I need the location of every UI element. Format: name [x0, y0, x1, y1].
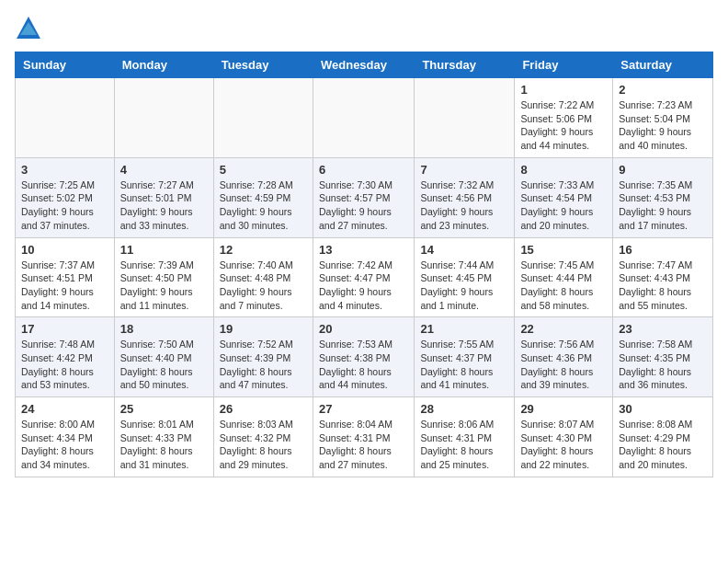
day-detail: Sunrise: 8:07 AMSunset: 4:30 PMDaylight:…	[520, 418, 607, 472]
day-number: 22	[520, 322, 607, 336]
calendar-cell: 28Sunrise: 8:06 AMSunset: 4:31 PMDayligh…	[415, 397, 515, 477]
calendar-cell: 27Sunrise: 8:04 AMSunset: 4:31 PMDayligh…	[313, 397, 414, 477]
day-detail: Sunrise: 7:47 AMSunset: 4:43 PMDaylight:…	[619, 259, 707, 313]
calendar-cell	[415, 78, 515, 158]
calendar-cell: 13Sunrise: 7:42 AMSunset: 4:47 PMDayligh…	[313, 237, 414, 317]
day-detail: Sunrise: 7:50 AMSunset: 4:40 PMDaylight:…	[120, 338, 208, 392]
calendar-cell	[114, 78, 213, 158]
day-number: 10	[21, 243, 108, 257]
day-detail: Sunrise: 7:56 AMSunset: 4:36 PMDaylight:…	[520, 338, 607, 392]
day-number: 21	[420, 322, 508, 336]
day-of-week-header: Sunday	[16, 52, 115, 78]
day-detail: Sunrise: 8:00 AMSunset: 4:34 PMDaylight:…	[21, 418, 108, 472]
calendar-cell: 1Sunrise: 7:22 AMSunset: 5:06 PMDaylight…	[515, 78, 613, 158]
day-of-week-header: Friday	[515, 52, 613, 78]
day-number: 9	[619, 163, 707, 177]
day-number: 8	[520, 163, 607, 177]
day-detail: Sunrise: 7:44 AMSunset: 4:45 PMDaylight:…	[420, 259, 508, 313]
day-number: 12	[220, 243, 307, 257]
day-detail: Sunrise: 7:23 AMSunset: 5:04 PMDaylight:…	[619, 98, 707, 153]
calendar-cell: 10Sunrise: 7:37 AMSunset: 4:51 PMDayligh…	[16, 237, 115, 317]
calendar-cell: 26Sunrise: 8:03 AMSunset: 4:32 PMDayligh…	[213, 397, 313, 477]
day-number: 17	[21, 322, 108, 336]
calendar-cell	[313, 78, 414, 158]
day-number: 26	[220, 402, 307, 416]
calendar-cell	[213, 78, 313, 158]
calendar-cell: 17Sunrise: 7:48 AMSunset: 4:42 PMDayligh…	[16, 317, 115, 397]
calendar-cell: 9Sunrise: 7:35 AMSunset: 4:53 PMDaylight…	[613, 157, 713, 237]
day-number: 1	[520, 83, 607, 97]
day-detail: Sunrise: 7:25 AMSunset: 5:02 PMDaylight:…	[21, 178, 108, 233]
calendar-cell: 24Sunrise: 8:00 AMSunset: 4:34 PMDayligh…	[16, 397, 115, 477]
calendar-cell: 21Sunrise: 7:55 AMSunset: 4:37 PMDayligh…	[415, 317, 515, 397]
day-detail: Sunrise: 7:28 AMSunset: 4:59 PMDaylight:…	[220, 178, 307, 233]
calendar-cell: 11Sunrise: 7:39 AMSunset: 4:50 PMDayligh…	[114, 237, 213, 317]
day-number: 7	[420, 163, 508, 177]
calendar-cell: 14Sunrise: 7:44 AMSunset: 4:45 PMDayligh…	[415, 237, 515, 317]
day-detail: Sunrise: 7:39 AMSunset: 4:50 PMDaylight:…	[120, 259, 208, 313]
day-detail: Sunrise: 7:42 AMSunset: 4:47 PMDaylight:…	[319, 259, 408, 313]
calendar-cell: 8Sunrise: 7:33 AMSunset: 4:54 PMDaylight…	[515, 157, 613, 237]
calendar-week-row: 10Sunrise: 7:37 AMSunset: 4:51 PMDayligh…	[16, 237, 713, 317]
day-number: 28	[420, 402, 508, 416]
day-of-week-header: Thursday	[415, 52, 515, 78]
day-number: 27	[319, 402, 408, 416]
calendar-week-row: 17Sunrise: 7:48 AMSunset: 4:42 PMDayligh…	[16, 317, 713, 397]
day-number: 11	[120, 243, 208, 257]
day-number: 20	[319, 322, 408, 336]
day-number: 14	[420, 243, 508, 257]
day-number: 4	[120, 163, 208, 177]
calendar-table: SundayMondayTuesdayWednesdayThursdayFrid…	[15, 52, 713, 477]
calendar-header-row: SundayMondayTuesdayWednesdayThursdayFrid…	[16, 52, 713, 78]
day-of-week-header: Wednesday	[313, 52, 414, 78]
day-detail: Sunrise: 7:22 AMSunset: 5:06 PMDaylight:…	[520, 98, 607, 153]
calendar-cell: 15Sunrise: 7:45 AMSunset: 4:44 PMDayligh…	[515, 237, 613, 317]
day-number: 25	[120, 402, 208, 416]
day-detail: Sunrise: 8:03 AMSunset: 4:32 PMDaylight:…	[220, 418, 307, 472]
calendar-cell: 16Sunrise: 7:47 AMSunset: 4:43 PMDayligh…	[613, 237, 713, 317]
calendar-cell: 3Sunrise: 7:25 AMSunset: 5:02 PMDaylight…	[16, 157, 115, 237]
day-detail: Sunrise: 7:53 AMSunset: 4:38 PMDaylight:…	[319, 338, 408, 392]
calendar-cell: 18Sunrise: 7:50 AMSunset: 4:40 PMDayligh…	[114, 317, 213, 397]
calendar-cell	[16, 78, 115, 158]
calendar-week-row: 1Sunrise: 7:22 AMSunset: 5:06 PMDaylight…	[16, 78, 713, 158]
logo-icon	[15, 15, 42, 42]
day-number: 23	[619, 322, 707, 336]
calendar-week-row: 3Sunrise: 7:25 AMSunset: 5:02 PMDaylight…	[16, 157, 713, 237]
day-detail: Sunrise: 7:27 AMSunset: 5:01 PMDaylight:…	[120, 178, 208, 233]
day-detail: Sunrise: 8:08 AMSunset: 4:29 PMDaylight:…	[619, 418, 707, 472]
calendar-cell: 25Sunrise: 8:01 AMSunset: 4:33 PMDayligh…	[114, 397, 213, 477]
calendar-cell: 7Sunrise: 7:32 AMSunset: 4:56 PMDaylight…	[415, 157, 515, 237]
day-detail: Sunrise: 8:04 AMSunset: 4:31 PMDaylight:…	[319, 418, 408, 472]
day-of-week-header: Monday	[114, 52, 213, 78]
calendar-week-row: 24Sunrise: 8:00 AMSunset: 4:34 PMDayligh…	[16, 397, 713, 477]
day-number: 18	[120, 322, 208, 336]
day-detail: Sunrise: 7:48 AMSunset: 4:42 PMDaylight:…	[21, 338, 108, 392]
calendar-cell: 12Sunrise: 7:40 AMSunset: 4:48 PMDayligh…	[213, 237, 313, 317]
calendar-cell: 5Sunrise: 7:28 AMSunset: 4:59 PMDaylight…	[213, 157, 313, 237]
day-detail: Sunrise: 8:01 AMSunset: 4:33 PMDaylight:…	[120, 418, 208, 472]
calendar-cell: 30Sunrise: 8:08 AMSunset: 4:29 PMDayligh…	[613, 397, 713, 477]
day-number: 16	[619, 243, 707, 257]
day-number: 24	[21, 402, 108, 416]
day-detail: Sunrise: 7:32 AMSunset: 4:56 PMDaylight:…	[420, 178, 508, 233]
day-of-week-header: Tuesday	[213, 52, 313, 78]
day-detail: Sunrise: 7:30 AMSunset: 4:57 PMDaylight:…	[319, 178, 408, 233]
day-detail: Sunrise: 7:37 AMSunset: 4:51 PMDaylight:…	[21, 259, 108, 313]
day-number: 15	[520, 243, 607, 257]
page-header	[15, 15, 713, 42]
day-detail: Sunrise: 7:55 AMSunset: 4:37 PMDaylight:…	[420, 338, 508, 392]
day-detail: Sunrise: 7:58 AMSunset: 4:35 PMDaylight:…	[619, 338, 707, 392]
day-detail: Sunrise: 7:40 AMSunset: 4:48 PMDaylight:…	[220, 259, 307, 313]
calendar-cell: 23Sunrise: 7:58 AMSunset: 4:35 PMDayligh…	[613, 317, 713, 397]
calendar-cell: 2Sunrise: 7:23 AMSunset: 5:04 PMDaylight…	[613, 78, 713, 158]
logo	[15, 15, 44, 42]
day-number: 29	[520, 402, 607, 416]
calendar-cell: 6Sunrise: 7:30 AMSunset: 4:57 PMDaylight…	[313, 157, 414, 237]
calendar-cell: 22Sunrise: 7:56 AMSunset: 4:36 PMDayligh…	[515, 317, 613, 397]
day-number: 30	[619, 402, 707, 416]
calendar-cell: 19Sunrise: 7:52 AMSunset: 4:39 PMDayligh…	[213, 317, 313, 397]
day-detail: Sunrise: 7:52 AMSunset: 4:39 PMDaylight:…	[220, 338, 307, 392]
day-detail: Sunrise: 8:06 AMSunset: 4:31 PMDaylight:…	[420, 418, 508, 472]
calendar-cell: 4Sunrise: 7:27 AMSunset: 5:01 PMDaylight…	[114, 157, 213, 237]
